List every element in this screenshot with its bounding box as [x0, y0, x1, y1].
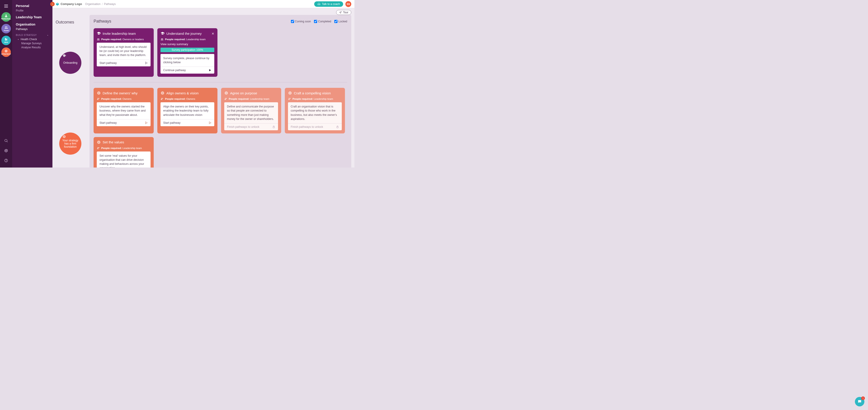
start-pathway-button[interactable]: Start pathway	[160, 119, 214, 126]
outcomes-column: Outcomes Onboarding Your strategy has a …	[56, 15, 90, 168]
headset-icon	[317, 2, 320, 6]
sidebar-profile-link[interactable]: Profile	[16, 9, 49, 12]
rail-personal-label: PERSONAL	[1, 18, 11, 20]
breadcrumb-pathways[interactable]: Pathways	[104, 2, 116, 6]
people-icon	[160, 97, 164, 100]
svg-rect-4	[6, 39, 7, 40]
svg-point-38	[289, 98, 289, 99]
card-agree-purpose: Agree on purpose People required: Leader…	[221, 88, 281, 133]
talk-to-coach-button[interactable]: Talk to a coach	[314, 1, 343, 7]
sidebar-health-check[interactable]: Health Check	[17, 38, 49, 41]
sidebar-personal-title[interactable]: Personal	[16, 4, 49, 8]
filter-coming-soon[interactable]: Coming soon	[291, 20, 311, 23]
close-icon[interactable]: ✕	[212, 32, 214, 35]
search-icon[interactable]	[2, 137, 10, 144]
svg-marker-17	[146, 62, 147, 64]
settings-icon[interactable]	[2, 147, 10, 155]
graduation-cap-icon	[160, 31, 164, 35]
card-title: Invite leadership team	[103, 32, 136, 35]
locked-pathway: Finish pathways to unlock	[224, 123, 278, 130]
card-title: Craft a compelling vision	[294, 91, 331, 95]
people-icon	[288, 97, 291, 100]
continue-pathway-button[interactable]: Continue pathway	[160, 67, 214, 74]
svg-point-21	[97, 92, 100, 94]
outcomes-heading: Outcomes	[56, 20, 90, 25]
outcome-onboarding[interactable]: Onboarding	[59, 52, 81, 74]
sidebar-manage-surveys[interactable]: Manage Surveys	[21, 42, 49, 45]
svg-point-22	[98, 92, 99, 94]
graduation-cap-icon	[62, 54, 66, 58]
card-title: Define the owners' why	[103, 91, 138, 95]
svg-point-42	[98, 142, 99, 143]
lock-icon	[336, 125, 339, 129]
rail-org[interactable]: ORG	[1, 36, 11, 45]
svg-point-18	[161, 38, 162, 39]
card-title: Align owners & vision	[166, 91, 199, 95]
card-title: Agree on purpose	[230, 91, 257, 95]
icon-rail: PERSONAL TEAM ORG STRATEGY	[0, 0, 12, 168]
sidebar-pathways-link[interactable]: Pathways	[16, 28, 49, 31]
start-pathway-button[interactable]: Start pathway	[97, 119, 151, 126]
play-outline-icon	[145, 61, 148, 65]
filter-completed[interactable]: Completed	[314, 20, 331, 23]
svg-point-1	[5, 26, 6, 27]
help-icon[interactable]	[2, 157, 10, 164]
card-description: Set some 'real' values for your organisa…	[97, 151, 151, 168]
svg-point-7	[6, 51, 6, 51]
collapse-sidebar-button[interactable]	[50, 2, 55, 6]
card-understand-journey: Understand the journey ✕ People required…	[157, 28, 217, 77]
svg-marker-30	[209, 122, 211, 124]
pathways-heading: Pathways	[94, 19, 111, 24]
rail-strategy[interactable]: STRATEGY	[1, 47, 11, 57]
svg-point-44	[98, 147, 99, 148]
view-survey-summary-link[interactable]: View survey summary	[160, 43, 214, 46]
svg-point-2	[6, 26, 7, 27]
rail-org-label: ORG	[4, 41, 8, 43]
tour-button[interactable]: Tour	[336, 10, 351, 15]
card-owners-why: Define the owners' why People required: …	[94, 88, 154, 133]
outcome-foundation[interactable]: Your strategy has a firm foundation	[59, 133, 81, 155]
svg-point-23	[97, 98, 98, 99]
card-title: Set the values	[103, 140, 124, 144]
svg-point-15	[97, 38, 98, 39]
svg-point-31	[225, 92, 228, 94]
filter-locked[interactable]: Locked	[334, 20, 347, 23]
menu-icon[interactable]	[2, 2, 10, 10]
target-icon	[160, 91, 164, 95]
company-logo[interactable]: Company Logo	[56, 2, 82, 6]
rail-team[interactable]: TEAM	[1, 24, 11, 33]
people-icon	[97, 38, 100, 41]
graduation-cap-icon	[97, 31, 101, 35]
svg-marker-20	[209, 69, 211, 71]
breadcrumb-organisation[interactable]: Organisation	[85, 2, 101, 6]
card-craft-vision: Craft a compelling vision People require…	[285, 88, 345, 133]
target-icon	[288, 91, 292, 95]
sidebar-analyse-results[interactable]: Analyse Results	[21, 46, 49, 49]
svg-point-27	[162, 92, 163, 94]
avatar[interactable]: SS	[345, 1, 351, 7]
people-icon	[97, 146, 100, 150]
people-icon	[224, 97, 227, 100]
card-description: Uncover why the owners started the busin…	[97, 102, 151, 119]
sidebar-build-strategy[interactable]: BUILD STRATEGY	[16, 34, 49, 36]
card-align-vision: Align owners & vision People required: O…	[157, 88, 217, 133]
svg-point-0	[5, 15, 6, 16]
svg-point-13	[63, 135, 66, 138]
survey-progress-bar: Survey participation 100%	[160, 48, 214, 52]
main: Company Logo Organisation / Pathways Tal…	[53, 0, 354, 168]
svg-point-34	[226, 98, 227, 99]
svg-point-8	[5, 139, 7, 142]
svg-point-33	[225, 98, 226, 99]
play-outline-icon	[209, 121, 212, 125]
card-title: Understand the journey	[166, 32, 202, 35]
chevron-up-icon	[46, 34, 49, 36]
people-icon	[97, 97, 100, 100]
rail-personal[interactable]: PERSONAL	[1, 12, 11, 22]
target-icon	[62, 135, 66, 138]
sidebar-leadership-title[interactable]: Leadership Team	[16, 15, 49, 19]
svg-rect-40	[337, 127, 338, 128]
card-invite-leadership: Invite leadership team People required: …	[94, 28, 154, 77]
cube-icon	[56, 2, 59, 6]
start-pathway-button[interactable]: Start pathway	[97, 59, 151, 66]
sidebar-organisation-title[interactable]: Organisation	[16, 23, 49, 26]
